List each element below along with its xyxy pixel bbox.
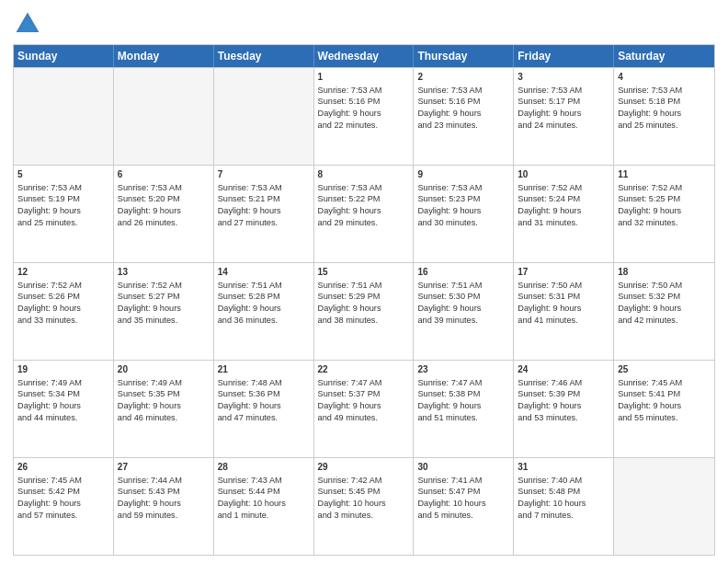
day-number: 7 <box>218 168 310 181</box>
day-number: 24 <box>518 363 609 376</box>
cell-text: Sunrise: 7:53 AM Sunset: 5:18 PM Dayligh… <box>618 86 682 130</box>
day-number: 23 <box>417 363 509 376</box>
cal-cell-29: 29Sunrise: 7:42 AM Sunset: 5:45 PM Dayli… <box>314 458 415 555</box>
cal-cell-14: 14Sunrise: 7:51 AM Sunset: 5:28 PM Dayli… <box>214 263 314 360</box>
cal-cell-12: 12Sunrise: 7:52 AM Sunset: 5:26 PM Dayli… <box>14 263 114 360</box>
cell-text: Sunrise: 7:53 AM Sunset: 5:23 PM Dayligh… <box>417 183 482 227</box>
cell-text: Sunrise: 7:52 AM Sunset: 5:25 PM Dayligh… <box>618 183 682 227</box>
calendar-body: 1Sunrise: 7:53 AM Sunset: 5:16 PM Daylig… <box>14 67 714 555</box>
cell-text: Sunrise: 7:51 AM Sunset: 5:30 PM Dayligh… <box>417 281 482 325</box>
cell-text: Sunrise: 7:41 AM Sunset: 5:47 PM Dayligh… <box>417 476 485 520</box>
cell-text: Sunrise: 7:51 AM Sunset: 5:28 PM Dayligh… <box>218 281 282 325</box>
cal-cell-24: 24Sunrise: 7:46 AM Sunset: 5:39 PM Dayli… <box>514 361 614 457</box>
cell-text: Sunrise: 7:53 AM Sunset: 5:17 PM Dayligh… <box>518 86 582 130</box>
cell-text: Sunrise: 7:46 AM Sunset: 5:39 PM Dayligh… <box>518 378 582 422</box>
cell-text: Sunrise: 7:48 AM Sunset: 5:36 PM Dayligh… <box>218 378 282 422</box>
page: SundayMondayTuesdayWednesdayThursdayFrid… <box>0 0 728 563</box>
cell-text: Sunrise: 7:53 AM Sunset: 5:16 PM Dayligh… <box>417 86 482 130</box>
cal-row-1: 5Sunrise: 7:53 AM Sunset: 5:19 PM Daylig… <box>14 165 714 262</box>
day-number: 31 <box>518 461 609 474</box>
cal-row-3: 19Sunrise: 7:49 AM Sunset: 5:34 PM Dayli… <box>14 360 714 457</box>
cal-cell-27: 27Sunrise: 7:44 AM Sunset: 5:43 PM Dayli… <box>114 458 214 555</box>
day-number: 26 <box>17 461 109 474</box>
day-number: 3 <box>518 71 609 84</box>
cal-cell-21: 21Sunrise: 7:48 AM Sunset: 5:36 PM Dayli… <box>214 361 314 457</box>
day-number: 9 <box>417 168 509 181</box>
day-number: 17 <box>518 266 609 279</box>
cell-text: Sunrise: 7:42 AM Sunset: 5:45 PM Dayligh… <box>318 476 386 520</box>
day-number: 30 <box>417 461 509 474</box>
cal-cell-9: 9Sunrise: 7:53 AM Sunset: 5:23 PM Daylig… <box>414 166 514 262</box>
cal-cell-31: 31Sunrise: 7:40 AM Sunset: 5:48 PM Dayli… <box>514 458 614 555</box>
day-number: 28 <box>218 461 310 474</box>
day-number: 4 <box>618 71 711 84</box>
cell-text: Sunrise: 7:50 AM Sunset: 5:32 PM Dayligh… <box>618 281 682 325</box>
cal-cell-empty-0-1 <box>114 68 214 165</box>
day-number: 21 <box>218 363 310 376</box>
cell-text: Sunrise: 7:49 AM Sunset: 5:34 PM Dayligh… <box>17 378 82 422</box>
cal-cell-13: 13Sunrise: 7:52 AM Sunset: 5:27 PM Dayli… <box>114 263 214 360</box>
header <box>13 9 715 39</box>
cell-text: Sunrise: 7:52 AM Sunset: 5:24 PM Dayligh… <box>518 183 582 227</box>
cell-text: Sunrise: 7:50 AM Sunset: 5:31 PM Dayligh… <box>518 281 582 325</box>
cal-cell-2: 2Sunrise: 7:53 AM Sunset: 5:16 PM Daylig… <box>414 68 514 165</box>
cell-text: Sunrise: 7:43 AM Sunset: 5:44 PM Dayligh… <box>218 476 286 520</box>
day-number: 14 <box>218 266 310 279</box>
day-number: 19 <box>17 363 109 376</box>
calendar-header-row: SundayMondayTuesdayWednesdayThursdayFrid… <box>14 45 714 67</box>
cal-header-tuesday: Tuesday <box>214 45 314 67</box>
cal-cell-8: 8Sunrise: 7:53 AM Sunset: 5:22 PM Daylig… <box>314 166 415 262</box>
cal-header-thursday: Thursday <box>414 45 514 67</box>
cell-text: Sunrise: 7:49 AM Sunset: 5:35 PM Dayligh… <box>118 378 182 422</box>
day-number: 1 <box>318 71 410 84</box>
cal-cell-1: 1Sunrise: 7:53 AM Sunset: 5:16 PM Daylig… <box>314 68 415 165</box>
cal-cell-15: 15Sunrise: 7:51 AM Sunset: 5:29 PM Dayli… <box>314 263 415 360</box>
day-number: 18 <box>618 266 711 279</box>
cal-cell-empty-0-2 <box>214 68 314 165</box>
cell-text: Sunrise: 7:45 AM Sunset: 5:42 PM Dayligh… <box>17 476 82 520</box>
cal-row-0: 1Sunrise: 7:53 AM Sunset: 5:16 PM Daylig… <box>14 67 714 165</box>
cal-cell-4: 4Sunrise: 7:53 AM Sunset: 5:18 PM Daylig… <box>614 68 714 165</box>
cal-header-sunday: Sunday <box>14 45 114 67</box>
day-number: 11 <box>618 168 711 181</box>
day-number: 29 <box>318 461 410 474</box>
cal-cell-19: 19Sunrise: 7:49 AM Sunset: 5:34 PM Dayli… <box>14 361 114 457</box>
cal-cell-6: 6Sunrise: 7:53 AM Sunset: 5:20 PM Daylig… <box>114 166 214 262</box>
cal-header-saturday: Saturday <box>614 45 714 67</box>
cal-cell-18: 18Sunrise: 7:50 AM Sunset: 5:32 PM Dayli… <box>614 263 714 360</box>
cal-header-wednesday: Wednesday <box>314 45 415 67</box>
cell-text: Sunrise: 7:53 AM Sunset: 5:20 PM Dayligh… <box>118 183 182 227</box>
cell-text: Sunrise: 7:47 AM Sunset: 5:38 PM Dayligh… <box>417 378 482 422</box>
cell-text: Sunrise: 7:44 AM Sunset: 5:43 PM Dayligh… <box>118 476 182 520</box>
cal-cell-10: 10Sunrise: 7:52 AM Sunset: 5:24 PM Dayli… <box>514 166 614 262</box>
cal-cell-30: 30Sunrise: 7:41 AM Sunset: 5:47 PM Dayli… <box>414 458 514 555</box>
day-number: 27 <box>118 461 210 474</box>
day-number: 20 <box>118 363 210 376</box>
cell-text: Sunrise: 7:40 AM Sunset: 5:48 PM Dayligh… <box>518 476 586 520</box>
cal-cell-7: 7Sunrise: 7:53 AM Sunset: 5:21 PM Daylig… <box>214 166 314 262</box>
cal-cell-empty-0-0 <box>14 68 114 165</box>
cal-cell-empty-4-6 <box>614 458 714 555</box>
cell-text: Sunrise: 7:52 AM Sunset: 5:26 PM Dayligh… <box>17 281 82 325</box>
cell-text: Sunrise: 7:52 AM Sunset: 5:27 PM Dayligh… <box>118 281 182 325</box>
cal-header-friday: Friday <box>514 45 614 67</box>
cal-cell-25: 25Sunrise: 7:45 AM Sunset: 5:41 PM Dayli… <box>614 361 714 457</box>
cal-cell-3: 3Sunrise: 7:53 AM Sunset: 5:17 PM Daylig… <box>514 68 614 165</box>
cell-text: Sunrise: 7:53 AM Sunset: 5:16 PM Dayligh… <box>318 86 382 130</box>
day-number: 6 <box>118 168 210 181</box>
day-number: 15 <box>318 266 410 279</box>
cal-cell-16: 16Sunrise: 7:51 AM Sunset: 5:30 PM Dayli… <box>414 263 514 360</box>
cal-row-2: 12Sunrise: 7:52 AM Sunset: 5:26 PM Dayli… <box>14 262 714 360</box>
cell-text: Sunrise: 7:51 AM Sunset: 5:29 PM Dayligh… <box>318 281 382 325</box>
day-number: 8 <box>318 168 410 181</box>
day-number: 13 <box>118 266 210 279</box>
day-number: 10 <box>518 168 609 181</box>
cal-cell-23: 23Sunrise: 7:47 AM Sunset: 5:38 PM Dayli… <box>414 361 514 457</box>
cell-text: Sunrise: 7:47 AM Sunset: 5:37 PM Dayligh… <box>318 378 382 422</box>
calendar: SundayMondayTuesdayWednesdayThursdayFrid… <box>13 44 715 556</box>
logo-icon <box>13 9 42 39</box>
day-number: 2 <box>417 71 509 84</box>
day-number: 22 <box>318 363 410 376</box>
cal-cell-17: 17Sunrise: 7:50 AM Sunset: 5:31 PM Dayli… <box>514 263 614 360</box>
cal-cell-28: 28Sunrise: 7:43 AM Sunset: 5:44 PM Dayli… <box>214 458 314 555</box>
